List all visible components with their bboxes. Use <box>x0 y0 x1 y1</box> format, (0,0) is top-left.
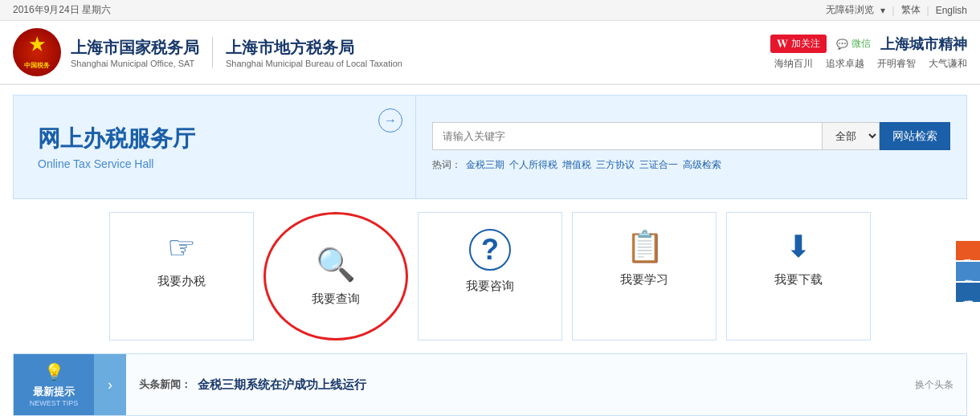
keyword-2[interactable]: 个人所得税 <box>509 158 557 172</box>
news-section: 💡 最新提示 NEWEST TIPS › 头条新闻： 金税三期系统在沪成功上线运… <box>13 353 967 416</box>
service-title-cn: 网上办税服务厅 <box>38 124 391 154</box>
org-left: 上海市国家税务局 Shanghai Municipal Office, SAT <box>71 37 213 68</box>
nav-card-tax-consult[interactable]: ? 我要咨询 <box>418 212 562 340</box>
news-tips: 💡 最新提示 NEWEST TIPS <box>14 354 94 415</box>
download-icon: ⬇ <box>786 229 811 264</box>
sidebar-btn-1[interactable]: 营改增政策文件 <box>956 241 980 260</box>
search-icon: 🔍 <box>316 246 356 283</box>
nav-label-2: 我要咨询 <box>466 279 514 294</box>
search-button[interactable]: 网站检索 <box>880 122 950 150</box>
top-bar-right: 无障碍浏览 ▾ | 繁体 | English <box>826 3 967 17</box>
weixin-button[interactable]: 💬 微信 <box>836 37 871 51</box>
service-arrow-button[interactable]: → <box>378 108 402 133</box>
nav-card-tax-query[interactable]: 🔍 我要查询 <box>263 212 408 340</box>
hand-icon: ☞ <box>167 229 196 266</box>
top-bar: 2016年9月24日 星期六 无障碍浏览 ▾ | 繁体 | English <box>0 0 980 21</box>
hot-keywords: 热词： 金税三期 个人所得税 增值税 三方协议 三证合一 高级检索 <box>432 158 950 172</box>
nav-card-tax-handle[interactable]: ☞ 我要办税 <box>109 212 254 340</box>
org2-cn: 上海市地方税务局 <box>226 37 402 59</box>
search-select[interactable]: 全部 <box>823 122 880 150</box>
traditional-link[interactable]: 繁体 <box>901 3 921 17</box>
header-social: 𝐖 加关注 💬 微信 上海城市精神 <box>770 35 967 54</box>
english-link[interactable]: English <box>936 5 967 16</box>
quick-nav: ☞ 我要办税 🔍 我要查询 ? 我要咨询 📋 我要学习 ⬇ 我要下载 <box>13 212 967 340</box>
slogan-1: 海纳百川 <box>774 57 813 71</box>
nav-label-1: 我要查询 <box>312 292 360 307</box>
weibo-label: 加关注 <box>791 37 820 51</box>
weixin-label: 微信 <box>851 37 871 51</box>
org1-en: Shanghai Municipal Office, SAT <box>71 59 199 68</box>
org2-en: Shanghai Municipal Bureau of Local Taxat… <box>226 59 402 68</box>
date-display: 2016年9月24日 星期六 <box>13 3 111 17</box>
sidebar-btn-2[interactable]: 各地在行动 <box>956 262 980 281</box>
weibo-button[interactable]: 𝐖 加关注 <box>770 35 827 53</box>
nav-label-3: 我要学习 <box>620 272 668 287</box>
accessibility-arrow: ▾ <box>880 5 885 16</box>
search-row: 全部 网站检索 <box>432 122 950 150</box>
service-right: 全部 网站检索 热词： 金税三期 个人所得税 增值税 三方协议 三证合一 高级检… <box>415 96 966 198</box>
org1-cn: 上海市国家税务局 <box>71 37 199 59</box>
header-right: 𝐖 加关注 💬 微信 上海城市精神 海纳百川 追求卓越 开明睿智 大气谦和 <box>770 35 967 71</box>
logo-emblem <box>13 28 61 76</box>
tips-icon: 💡 <box>44 362 64 381</box>
city-spirit: 上海城市精神 <box>880 35 967 54</box>
slogan-4: 大气谦和 <box>929 57 967 71</box>
divider2: | <box>927 5 929 16</box>
logo-section: 上海市国家税务局 Shanghai Municipal Office, SAT … <box>13 28 402 76</box>
keyword-5[interactable]: 三证合一 <box>639 158 678 172</box>
tips-cn: 最新提示 <box>33 385 75 399</box>
news-more-button[interactable]: 换个头条 <box>915 378 953 392</box>
slogan-3: 开明睿智 <box>877 57 916 71</box>
header: 上海市国家税务局 Shanghai Municipal Office, SAT … <box>0 21 980 85</box>
service-hall: 网上办税服务厅 Online Tax Service Hall → 全部 网站检… <box>13 95 967 199</box>
search-input[interactable] <box>432 122 823 150</box>
weibo-icon: 𝐖 <box>777 37 788 51</box>
service-title-en: Online Tax Service Hall <box>38 157 391 170</box>
chevron-right-icon: › <box>108 377 112 393</box>
arrow-icon: → <box>384 113 397 128</box>
hot-label: 热词： <box>432 158 461 172</box>
slogan-2: 追求卓越 <box>826 57 864 71</box>
main-content: 网上办税服务厅 Online Tax Service Hall → 全部 网站检… <box>0 85 980 420</box>
weixin-icon: 💬 <box>836 39 848 50</box>
divider1: | <box>892 5 894 16</box>
keyword-6[interactable]: 高级检索 <box>683 158 721 172</box>
news-title[interactable]: 金税三期系统在沪成功上线运行 <box>198 377 366 393</box>
tips-en: NEWEST TIPS <box>30 399 79 407</box>
org-info: 上海市国家税务局 Shanghai Municipal Office, SAT … <box>71 37 402 68</box>
news-headline: 头条新闻： <box>139 377 191 392</box>
city-slogan: 海纳百川 追求卓越 开明睿智 大气谦和 <box>774 57 967 71</box>
nav-card-tax-download[interactable]: ⬇ 我要下载 <box>726 212 871 340</box>
question-icon: ? <box>469 229 511 271</box>
service-left: 网上办税服务厅 Online Tax Service Hall → <box>14 96 415 198</box>
keyword-1[interactable]: 金税三期 <box>466 158 504 172</box>
nav-label-0: 我要办税 <box>157 274 206 289</box>
keyword-3[interactable]: 增值税 <box>562 158 591 172</box>
nav-label-4: 我要下载 <box>774 272 823 287</box>
nav-card-tax-learn[interactable]: 📋 我要学习 <box>572 212 717 340</box>
org-right: 上海市地方税务局 Shanghai Municipal Bureau of Lo… <box>213 37 402 68</box>
right-sidebar: 营改增政策文件 各地在行动 纳税信用管理 <box>956 241 980 302</box>
accessibility-link[interactable]: 无障碍浏览 <box>826 3 874 17</box>
keyword-4[interactable]: 三方协议 <box>596 158 635 172</box>
news-main: 头条新闻： 金税三期系统在沪成功上线运行 换个头条 <box>126 354 966 415</box>
screen-icon: 📋 <box>626 229 664 264</box>
sidebar-btn-3[interactable]: 纳税信用管理 <box>956 283 980 302</box>
news-arrow-button[interactable]: › <box>94 354 126 415</box>
